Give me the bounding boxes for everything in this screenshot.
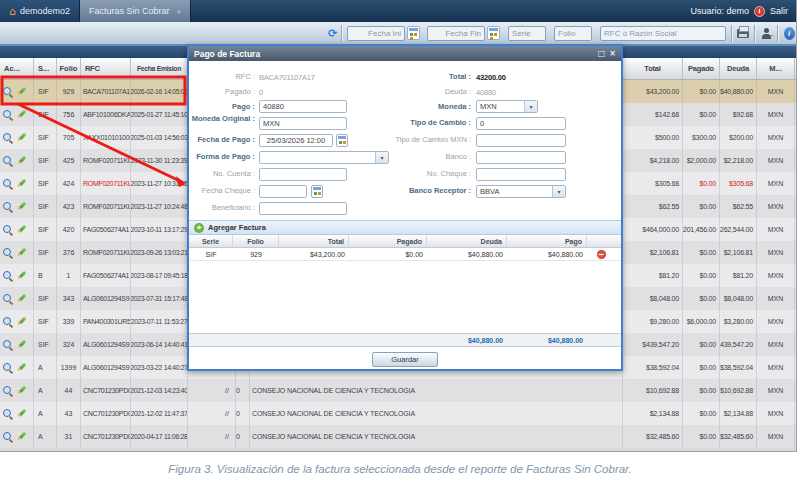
banco-receptor-select[interactable]: BBVA ▾ (476, 185, 566, 198)
print-button[interactable] (734, 25, 752, 42)
fecha-cheque-calendar-icon[interactable] (311, 185, 323, 198)
edit-icon[interactable] (14, 360, 29, 375)
fecha-ini-input[interactable] (347, 26, 405, 41)
cell-pagado: $0.00 (683, 402, 720, 425)
edit-icon[interactable] (14, 429, 29, 444)
moneda-original-input[interactable] (259, 117, 347, 130)
table-row[interactable]: A 43 CNC701230PD0 2021-12-02 11:47:37 //… (0, 402, 796, 425)
fecha-pago-calendar-icon[interactable] (336, 134, 348, 147)
cell-fecha-emision: 2023-06-14 14:40:41 (131, 333, 188, 356)
view-icon[interactable] (3, 340, 13, 350)
forma-pago-select[interactable]: ▾ (259, 151, 389, 164)
tab-active-label: Facturas Sin Cobrar (89, 6, 170, 16)
edit-icon[interactable] (14, 84, 29, 99)
column-header-pagado[interactable]: Pagado (683, 58, 720, 79)
remove-icon[interactable]: − (597, 250, 606, 259)
modal-close-icon[interactable]: × (609, 50, 616, 58)
banco-input[interactable] (476, 151, 566, 164)
view-icon[interactable] (3, 294, 13, 304)
fecha-fin-calendar-icon[interactable] (487, 26, 500, 40)
logout-icon[interactable] (754, 6, 765, 17)
cell-total: $500.00 (623, 126, 683, 149)
tipo-cambio-mxn-input[interactable] (476, 134, 566, 147)
beneficiario-input[interactable] (259, 202, 347, 215)
pago-input[interactable] (259, 100, 347, 113)
edit-icon[interactable] (14, 153, 29, 168)
no-cuenta-input[interactable] (259, 168, 347, 181)
add-icon[interactable]: + (194, 223, 204, 233)
view-icon[interactable] (3, 225, 13, 235)
view-icon[interactable] (3, 110, 13, 120)
cell-total: $62.55 (623, 195, 683, 218)
cell-fecha-emision: 2021-12-03 14:23:40 (131, 379, 188, 402)
edit-icon[interactable] (14, 268, 29, 283)
info-button[interactable]: i (780, 25, 797, 42)
edit-icon[interactable] (14, 337, 29, 352)
view-icon[interactable] (3, 271, 13, 281)
table-row[interactable]: A 44 CNC701230PD0 2021-12-03 14:23:40 //… (0, 379, 796, 402)
cell-deuda: $62.55 (720, 195, 757, 218)
fecha-ini-calendar-icon[interactable] (407, 26, 420, 40)
edit-icon[interactable] (14, 199, 29, 214)
edit-icon[interactable] (14, 222, 29, 237)
edit-icon[interactable] (14, 406, 29, 421)
view-icon[interactable] (3, 156, 13, 166)
cell-serie: SIF (34, 149, 57, 172)
edit-icon[interactable] (14, 314, 29, 329)
edit-icon[interactable] (14, 130, 29, 145)
edit-icon[interactable] (14, 176, 29, 191)
tab-home[interactable]: ⌂ demodemo2 (0, 0, 80, 22)
column-header-moneda[interactable]: M... (757, 58, 795, 79)
view-icon[interactable] (3, 248, 13, 258)
cell-serie: SIF (34, 287, 57, 310)
modal-minimize-icon[interactable]: □ (598, 50, 606, 58)
edit-icon[interactable] (14, 291, 29, 306)
view-icon[interactable] (3, 386, 13, 396)
column-header-deuda[interactable]: Deuda (720, 58, 757, 79)
no-cheque-input[interactable] (476, 168, 566, 181)
view-icon[interactable] (3, 409, 13, 419)
view-icon[interactable] (3, 202, 13, 212)
edit-icon[interactable] (14, 107, 29, 122)
agregar-factura-button[interactable]: Agregar Factura (208, 223, 266, 232)
table-row[interactable]: A 31 CNC701230PD0 2020-04-17 11:06:28 //… (0, 425, 796, 448)
view-icon[interactable] (3, 133, 13, 143)
view-icon[interactable] (3, 179, 13, 189)
column-header-total[interactable]: Total (623, 58, 683, 79)
folio-input[interactable] (554, 26, 592, 41)
modal-table-row[interactable]: SIF 929 $43,200.00 $0.00 $40,880.00 $40,… (189, 248, 621, 261)
edit-icon[interactable] (14, 245, 29, 260)
export-button[interactable] (757, 25, 775, 42)
logout-label[interactable]: Salir (770, 6, 788, 16)
modal-totals-row: $40,880.00 $40,880.00 (189, 333, 621, 347)
forma-pago-label: Forma de Pago : (191, 153, 255, 162)
tipo-cambio-input[interactable] (476, 117, 566, 130)
cell-deuda: $200.00 (720, 126, 757, 149)
tab-facturas-sin-cobrar[interactable]: Facturas Sin Cobrar × (80, 0, 191, 22)
column-header-serie[interactable]: S... (34, 58, 57, 79)
fecha-cheque-input[interactable] (259, 185, 307, 198)
view-icon[interactable] (3, 87, 13, 97)
modal-title-bar[interactable]: Pago de Factura □ × (189, 46, 621, 61)
view-icon[interactable] (3, 432, 13, 442)
column-header-acciones[interactable]: Ac... (0, 58, 34, 79)
moneda-select[interactable]: MXN ▾ (476, 100, 538, 113)
cell-fecha-emision: 2023-11-30 11:23:39 (131, 149, 188, 172)
fecha-fin-input[interactable] (427, 26, 485, 41)
refresh-icon[interactable]: ⟳ (328, 28, 337, 39)
guardar-button[interactable]: Guardar (372, 352, 438, 367)
view-icon[interactable] (3, 363, 13, 373)
cell-folio: 423 (57, 195, 81, 218)
total-value: 43200.00 (476, 73, 506, 82)
column-header-fecha-emision[interactable]: Fecha Emision (131, 58, 188, 79)
tab-close-icon[interactable]: × (177, 7, 182, 16)
cell-fecha-emision: 2025-01-27 11:45:10 (131, 103, 188, 126)
cell-pagado: $2,000.00 (683, 149, 720, 172)
rfc-razon-social-input[interactable] (600, 26, 726, 41)
serie-input[interactable] (508, 26, 546, 41)
view-icon[interactable] (3, 317, 13, 327)
fecha-pago-input[interactable] (259, 134, 333, 147)
column-header-folio[interactable]: Folio (57, 58, 81, 79)
column-header-rfc[interactable]: RFC (81, 58, 131, 79)
edit-icon[interactable] (14, 383, 29, 398)
